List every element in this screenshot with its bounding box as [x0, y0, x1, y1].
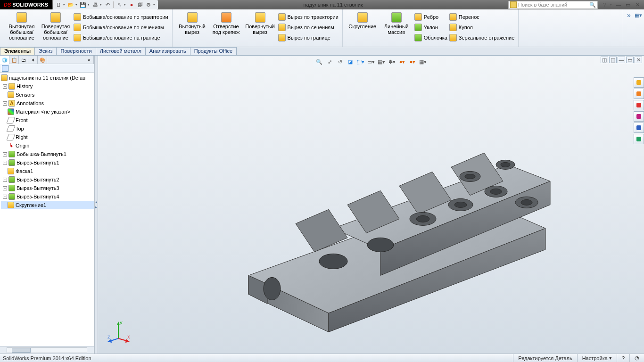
tree-plane-front[interactable]: Front — [1, 116, 94, 124]
linear-pattern-button[interactable]: Линейный массив — [380, 11, 413, 35]
expand-icon[interactable]: + — [3, 161, 7, 165]
tree-filter-bar[interactable] — [0, 64, 94, 73]
property-manager-tab[interactable]: 📋 — [9, 56, 19, 64]
save-icon[interactable]: 💾 — [79, 1, 87, 8]
previous-view-icon[interactable]: ↺ — [336, 58, 344, 66]
tree-feature[interactable]: +Вырез-Вытянуть1 — [1, 158, 94, 167]
tree-origin[interactable]: ↳Origin — [1, 141, 94, 150]
undo-icon[interactable]: ↶ — [104, 1, 111, 8]
open-file-icon[interactable]: 📂 — [67, 1, 74, 8]
status-customize-button[interactable]: Настройка ▾ — [577, 354, 617, 362]
mirror-button[interactable]: Зеркальное отражение — [448, 33, 516, 42]
revolved-cut-button[interactable]: Повернутый вырез — [243, 11, 277, 35]
scroll-thumb[interactable] — [12, 348, 31, 353]
taskpane-resources[interactable] — [634, 77, 644, 88]
swept-boss-button[interactable]: Бобышка/основание по траектории — [73, 12, 169, 22]
tree-feature[interactable]: +Вырез-Вытянуть4 — [1, 192, 94, 201]
expand-icon[interactable]: + — [3, 152, 7, 156]
graphics-viewport[interactable]: 🔍 ⤢ ↺ ◪ ⬚▾ ▭▾ ▦▾ ✽▾ ●▾ ●▾ ▦▾ ◫ ◫ — ▭ ✕ — [98, 56, 644, 354]
shell-button[interactable]: Оболочка — [413, 33, 448, 42]
draft-button[interactable]: Уклон — [413, 23, 448, 32]
dropdown-icon[interactable]: ▾ — [63, 3, 66, 7]
view-settings-icon[interactable]: ●▾ — [408, 58, 417, 66]
expand-icon[interactable]: + — [3, 101, 7, 106]
tab-features[interactable]: Элементы — [0, 47, 35, 55]
minimize-button[interactable]: — — [615, 1, 622, 8]
taskpane-view-palette[interactable] — [634, 111, 644, 122]
tree-feature[interactable]: +Вырез-Вытянуть3 — [1, 184, 94, 192]
tree-material[interactable]: Материал <не указан> — [1, 107, 94, 116]
settings-icon[interactable]: ⚙ — [145, 1, 152, 8]
edit-appearance-icon[interactable]: ✽▾ — [388, 58, 396, 66]
expand-icon[interactable]: + — [3, 195, 7, 199]
dropdown-icon[interactable]: ▾ — [153, 3, 156, 7]
new-file-icon[interactable]: 🗋 — [55, 1, 62, 8]
expand-icon[interactable]: + — [3, 178, 7, 182]
vp-maximize-button[interactable]: ▭ — [626, 57, 634, 63]
help-icon[interactable]: ? — [601, 1, 608, 8]
vp-close-button[interactable]: ✕ — [635, 57, 642, 63]
apply-scene-icon[interactable]: ●▾ — [398, 58, 406, 66]
dropdown-icon[interactable]: ▾ — [610, 3, 613, 7]
dropdown-icon[interactable]: ▾ — [124, 3, 127, 7]
overflow-icon[interactable]: » — [625, 11, 633, 19]
maximize-button[interactable]: ▭ — [624, 1, 632, 8]
close-button[interactable]: ✕ — [634, 1, 641, 8]
render-icon[interactable]: ▦▾ — [419, 58, 427, 66]
tree-plane-right[interactable]: Right — [1, 133, 94, 141]
tree-root[interactable]: надульник на 11 стволик (Defau — [1, 74, 94, 82]
vp-btn[interactable]: ◫ — [609, 57, 617, 63]
rib-button[interactable]: Ребро — [413, 12, 448, 22]
tree-plane-top[interactable]: Top — [1, 124, 94, 133]
search-icon[interactable]: 🔍 — [589, 2, 596, 8]
boundary-cut-button[interactable]: Вырез по границе — [277, 33, 339, 42]
panel-splitter[interactable]: ◂▸ — [94, 56, 98, 354]
tree-feature[interactable]: +Вырез-Вытянуть2 — [1, 175, 94, 184]
section-view-icon[interactable]: ◪ — [346, 58, 355, 66]
options-icon[interactable]: 🗐 — [136, 1, 144, 8]
tab-sheetmetal[interactable]: Листовой металл — [96, 47, 146, 55]
tab-office[interactable]: Продукты Office — [190, 47, 237, 55]
extruded-boss-button[interactable]: Вытянутая бобышка/основание — [5, 11, 39, 41]
panel-expand-icon[interactable]: » — [84, 56, 94, 64]
dropdown-icon[interactable]: ▾ — [75, 3, 78, 7]
tab-surfaces[interactable]: Поверхности — [56, 47, 96, 55]
expand-icon[interactable]: + — [3, 186, 7, 190]
extruded-cut-button[interactable]: Вытянутый вырез — [175, 11, 209, 35]
boundary-boss-button[interactable]: Бобышка/основание на границе — [73, 33, 169, 42]
scroll-track[interactable] — [7, 347, 87, 353]
configuration-tab[interactable]: 🗂 — [19, 56, 28, 64]
tree-annotations[interactable]: +AAnnotations — [1, 99, 94, 107]
taskpane-appearances[interactable] — [634, 123, 644, 133]
zoom-fit-icon[interactable]: 🔍 — [315, 58, 323, 66]
select-icon[interactable]: ↖ — [116, 1, 123, 8]
view-orientation-icon[interactable]: ⬚▾ — [356, 58, 365, 66]
feature-tree-tab[interactable]: 🧊 — [0, 56, 9, 64]
tab-analyze[interactable]: Анализировать — [145, 47, 190, 55]
orientation-triad[interactable]: y x z — [107, 320, 130, 343]
dimxpert-tab[interactable]: ✦ — [28, 56, 38, 64]
hide-show-icon[interactable]: ▦▾ — [377, 58, 386, 66]
vp-minimize-button[interactable]: — — [618, 57, 625, 63]
fillet-button[interactable]: Скругление — [346, 11, 380, 29]
tree-feature[interactable]: +Бобышка-Вытянуть1 — [1, 150, 94, 158]
revolved-boss-button[interactable]: Повернутая бобышка/основание — [39, 11, 73, 41]
dome-button[interactable]: Купол — [448, 23, 516, 32]
zoom-area-icon[interactable]: ⤢ — [325, 58, 334, 66]
taskpane-file-explorer[interactable] — [634, 100, 644, 110]
swept-cut-button[interactable]: Вырез по траектории — [277, 12, 339, 22]
status-rebuild-icon[interactable]: ◔ — [629, 354, 644, 362]
tree-history[interactable]: +History — [1, 82, 94, 90]
vp-btn[interactable]: ◫ — [601, 57, 608, 63]
print-icon[interactable]: 🖶 — [91, 1, 99, 8]
display-manager-tab[interactable]: 🎨 — [38, 56, 47, 64]
ribbon-options-icon[interactable]: ▦▾ — [635, 11, 642, 19]
tree-feature-selected[interactable]: Скругление1 — [1, 201, 94, 209]
tab-sketch[interactable]: Эскиз — [34, 47, 57, 55]
hole-wizard-button[interactable]: Отверстие под крепеж — [209, 11, 243, 35]
expand-icon[interactable]: + — [3, 84, 7, 89]
taskpane-custom-props[interactable] — [634, 134, 644, 144]
tree-scrollbar[interactable] — [0, 346, 94, 354]
rebuild-icon[interactable]: ● — [128, 1, 135, 8]
tree-feature[interactable]: Фаска1 — [1, 167, 94, 175]
